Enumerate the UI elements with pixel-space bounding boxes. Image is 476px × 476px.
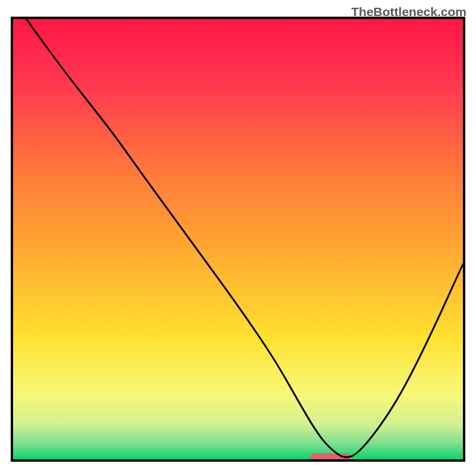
gradient-background [12, 18, 464, 461]
watermark-text: TheBottleneck.com [351, 5, 466, 19]
chart-canvas [0, 0, 476, 476]
bottleneck-chart [0, 0, 476, 476]
